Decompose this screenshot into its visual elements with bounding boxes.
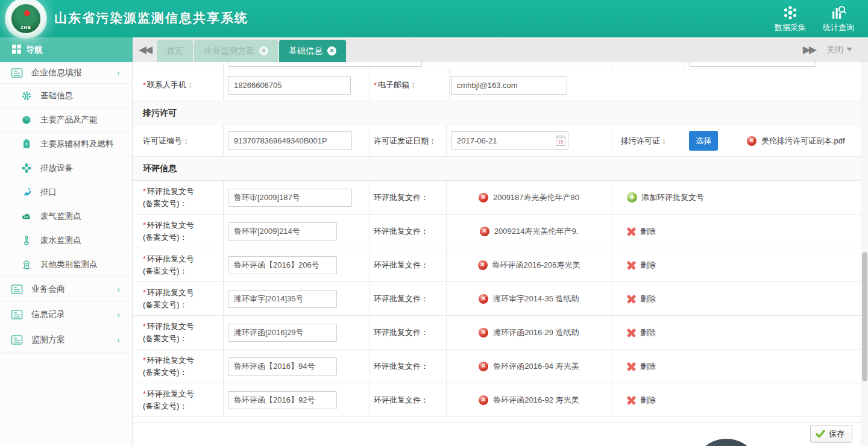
eia-doc-no-input[interactable] xyxy=(228,357,337,375)
sidebar-item-enterprise-info[interactable]: 企业信息填报 ‹ xyxy=(0,62,132,84)
sidebar-item-emission-equipment[interactable]: 排放设备 xyxy=(0,156,132,180)
delete-x-icon[interactable] xyxy=(627,260,636,269)
eia-delete-action: 删除 xyxy=(612,282,861,315)
chevron-left-icon: ‹ xyxy=(117,284,120,294)
tab-basic-info-label: 基础信息 xyxy=(289,40,322,62)
eia-file-name[interactable]: 潍环审字2014-35 造纸助 xyxy=(493,294,579,304)
delete-row-button[interactable]: 删除 xyxy=(640,361,656,372)
issue-date-input[interactable] xyxy=(451,131,568,150)
sidebar-item-monitor-plan[interactable]: 监测方案 ‹ xyxy=(0,327,132,353)
eia-file-name[interactable]: 2009214寿光美伦年产9. xyxy=(494,226,578,237)
eia-doc-no-input[interactable] xyxy=(228,189,352,207)
calendar-icon[interactable]: 15 xyxy=(556,136,565,146)
sidebar-item-other-monitor-points[interactable]: 其他类别监测点 xyxy=(0,253,132,277)
delete-row-button[interactable]: 删除 xyxy=(640,395,656,406)
delete-x-icon[interactable] xyxy=(627,362,636,371)
sidebar-item-business-consult[interactable]: 业务会商 ‹ xyxy=(0,277,132,302)
tab-basic-info[interactable]: 基础信息 xyxy=(279,40,346,62)
email-label: * 电子邮箱： xyxy=(374,69,417,101)
eia-delete-action: 删除 xyxy=(612,316,861,349)
sidebar-item-outlets[interactable]: 排口 xyxy=(0,180,132,204)
add-eia-doc-button[interactable]: 添加环评批复文号 xyxy=(641,192,704,203)
choose-file-button[interactable]: 选择 xyxy=(689,131,718,151)
eia-file-name[interactable]: 潍环评函2016-29 造纸助 xyxy=(493,327,579,338)
eia-file: 潍环审字2014-35 造纸助 xyxy=(446,282,612,315)
eia-file-name[interactable]: 鲁环评函2016-94 寿光美 xyxy=(493,361,579,372)
sidebar-item-label: 监测方案 xyxy=(31,334,65,345)
sidebar-item-products-capacity[interactable]: 主要产品及产能 xyxy=(0,108,132,132)
folder-notebook-icon xyxy=(11,284,23,295)
sidebar-item-waste-water-points[interactable]: 废水监测点 xyxy=(0,228,132,253)
folder-notebook-icon xyxy=(11,68,23,78)
remove-file-icon[interactable] xyxy=(479,193,488,203)
sidebar-item-raw-materials-fuel[interactable]: 主要原辅材料及燃料 xyxy=(0,132,132,156)
eia-doc-no-input[interactable] xyxy=(228,290,337,308)
permit-file-name[interactable]: 美伦排污许可证副本.pdf xyxy=(761,136,845,146)
eia-file-name[interactable]: 鲁环评函2016-92 寿光美 xyxy=(493,395,579,406)
gas-cloud-icon: CO xyxy=(21,211,32,222)
remove-file-icon[interactable] xyxy=(479,395,488,405)
delete-row-button[interactable]: 删除 xyxy=(640,260,656,271)
eia-doc-label: *环评批复文号 (备案文号)： xyxy=(143,287,194,311)
delete-x-icon[interactable] xyxy=(627,328,636,337)
save-button[interactable]: 保存 xyxy=(810,425,852,443)
eia-file-label: 环评批复文件： xyxy=(374,181,429,214)
delete-row-button[interactable]: 删除 xyxy=(640,327,656,338)
chevron-left-icon: ‹ xyxy=(117,335,120,345)
delete-x-icon[interactable] xyxy=(627,227,636,236)
app-title: 山东省污染源监测信息共享系统 xyxy=(54,0,248,37)
eia-row: *环评批复文号 (备案文号)： 环评批复文件： 潍环评函2016-29 造纸助 … xyxy=(133,316,861,350)
save-label: 保存 xyxy=(829,429,844,439)
tab-home[interactable]: 首页 xyxy=(157,40,193,62)
scrollbar-thumb[interactable] xyxy=(862,252,867,382)
sidebar-item-label: 排口 xyxy=(40,187,57,198)
license-no-input[interactable] xyxy=(228,131,352,150)
phone-input[interactable] xyxy=(228,76,351,95)
eia-file: 2009187寿光美伦年产80 xyxy=(446,181,612,214)
remove-file-icon[interactable] xyxy=(479,294,488,304)
delete-row-button[interactable]: 删除 xyxy=(640,294,656,304)
eia-doc-label: *环评批复文号 (备案文号)： xyxy=(143,219,194,243)
eia-delete-action: 删除 xyxy=(612,215,861,248)
stats-query-button[interactable]: 统计查询 xyxy=(819,4,858,33)
remove-file-icon[interactable] xyxy=(479,362,488,371)
clipped-input[interactable] xyxy=(689,62,816,67)
water-splash-icon xyxy=(21,187,32,198)
eia-doc-no-input[interactable] xyxy=(228,324,337,342)
data-collection-button[interactable]: 数据采集 xyxy=(770,4,810,33)
eia-file-name[interactable]: 2009187寿光美伦年产80 xyxy=(493,192,579,203)
tab-scroll-left-icon[interactable]: ◀◀ xyxy=(139,37,151,62)
clipped-input[interactable] xyxy=(228,62,422,67)
eia-doc-no-input[interactable] xyxy=(228,256,337,274)
eia-doc-no-input[interactable] xyxy=(228,391,337,409)
tab-enterprise-monitor-plan[interactable]: 企业监测方案 xyxy=(194,40,278,62)
remove-file-icon[interactable] xyxy=(478,260,488,270)
eia-doc-no-input[interactable] xyxy=(228,222,337,240)
close-tabs-menu[interactable]: 关闭 xyxy=(826,37,852,62)
tab-home-label: 首页 xyxy=(166,40,183,62)
email-input[interactable] xyxy=(451,76,567,95)
remove-file-icon[interactable] xyxy=(479,328,488,338)
delete-x-icon[interactable] xyxy=(627,395,636,404)
sidebar-item-basic-info[interactable]: 基础信息 xyxy=(0,84,132,108)
eia-delete-action: 删除 xyxy=(612,248,861,281)
remove-file-icon[interactable] xyxy=(480,227,489,236)
sidebar-item-waste-gas-points[interactable]: CO 废气监测点 xyxy=(0,204,132,228)
eia-doc-label: *环评批复文号 (备案文号)： xyxy=(143,253,194,277)
stats-query-label: 统计查询 xyxy=(823,23,854,32)
permit-row: 许可证编号： 许可证发证日期： 15 排污许可证： 选择 美伦排污许可证副本.p… xyxy=(133,125,861,157)
flask-icon xyxy=(21,235,32,246)
tab-scroll-right-icon[interactable]: ▶▶ xyxy=(803,37,815,62)
eia-delete-action: 删除 xyxy=(612,383,861,416)
eia-file: 2009214寿光美伦年产9. xyxy=(446,215,612,248)
tab-close-icon[interactable] xyxy=(327,46,336,55)
sidebar-item-label: 其他类别监测点 xyxy=(40,259,98,270)
sidebar-item-info-records[interactable]: 信息记录 ‹ xyxy=(0,302,132,327)
eia-file-name[interactable]: 鲁环评函2016-206寿光美 xyxy=(492,260,580,271)
tab-close-icon[interactable] xyxy=(259,46,268,55)
remove-file-icon[interactable] xyxy=(747,136,756,146)
required-marker: * xyxy=(143,81,146,90)
delete-x-icon[interactable] xyxy=(627,294,636,303)
add-icon[interactable] xyxy=(627,192,637,203)
delete-row-button[interactable]: 删除 xyxy=(640,226,656,237)
